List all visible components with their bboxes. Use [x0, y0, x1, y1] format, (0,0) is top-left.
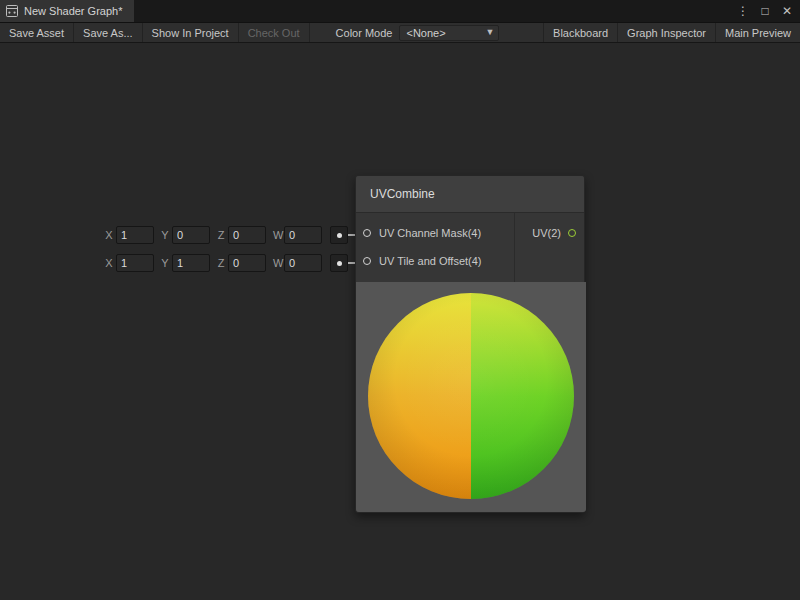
vector-label-z: Z	[217, 257, 225, 269]
color-mode-group: Color Mode <None> ▼	[336, 23, 500, 42]
vector-field-y: Y	[161, 254, 210, 272]
save-as-button[interactable]: Save As...	[74, 23, 143, 42]
vector-y-input[interactable]	[172, 254, 210, 272]
vector-label-z: Z	[217, 229, 225, 241]
tab-new-shader-graph[interactable]: New Shader Graph*	[0, 0, 134, 22]
input-port-uv-tile-offset[interactable]	[363, 257, 371, 265]
node-preview-area	[356, 282, 586, 512]
vector-field-x: X	[105, 254, 154, 272]
vector-z-input[interactable]	[228, 254, 266, 272]
vector-label-x: X	[105, 257, 113, 269]
vector-field-z: Z	[217, 226, 266, 244]
input-port-row: UV Channel Mask(4)	[356, 219, 514, 247]
vector-field-z: Z	[217, 254, 266, 272]
vector-label-w: W	[273, 229, 281, 241]
close-icon[interactable]: ✕	[778, 0, 796, 22]
input-port-label: UV Tile and Offset(4)	[379, 255, 482, 267]
check-out-button: Check Out	[239, 23, 310, 42]
vector-y-input[interactable]	[172, 226, 210, 244]
graph-inspector-toggle-button[interactable]: Graph Inspector	[617, 23, 715, 42]
shader-graph-toolbar: Save Asset Save As... Show In Project Ch…	[0, 22, 800, 43]
output-port-uv[interactable]	[568, 229, 576, 237]
input-port-uv-channel-mask[interactable]	[363, 229, 371, 237]
show-in-project-button[interactable]: Show In Project	[143, 23, 239, 42]
vector-label-x: X	[105, 229, 113, 241]
vector-label-y: Y	[161, 229, 169, 241]
output-port-row: UV(2)	[532, 219, 584, 247]
vector-field-w: W	[273, 254, 322, 272]
vector-w-input[interactable]	[284, 254, 322, 272]
vector-field-y: Y	[161, 226, 210, 244]
vector-x-input[interactable]	[116, 226, 154, 244]
graph-canvas[interactable]: X Y Z W X Y Z	[0, 43, 800, 599]
chevron-down-icon: ▼	[486, 27, 495, 37]
output-port-label: UV(2)	[532, 227, 561, 239]
main-preview-toggle-button[interactable]: Main Preview	[715, 23, 800, 42]
tab-bar: New Shader Graph* ⋮ □ ✕	[0, 0, 800, 22]
input-port-label: UV Channel Mask(4)	[379, 227, 481, 239]
port-dot-icon	[337, 233, 342, 238]
node-outputs: UV(2)	[514, 213, 584, 282]
toolbar-spacer	[499, 23, 543, 42]
kebab-menu-icon[interactable]: ⋮	[734, 0, 752, 22]
shader-graph-icon	[6, 5, 18, 17]
color-mode-value: <None>	[406, 27, 445, 39]
node-uvcombine[interactable]: UVCombine UV Channel Mask(4) UV Tile and…	[355, 175, 585, 513]
blackboard-toggle-button[interactable]: Blackboard	[543, 23, 617, 42]
input-port-row: UV Tile and Offset(4)	[356, 247, 514, 275]
color-mode-label: Color Mode	[336, 27, 393, 39]
color-mode-dropdown[interactable]: <None> ▼	[399, 25, 499, 41]
node-header[interactable]: UVCombine	[356, 176, 584, 213]
node-title: UVCombine	[370, 187, 435, 201]
vector-z-input[interactable]	[228, 226, 266, 244]
window-controls: ⋮ □ ✕	[734, 0, 800, 22]
vector4-field-row-2: X Y Z W	[105, 254, 348, 272]
vector-field-x: X	[105, 226, 154, 244]
port-dot-icon	[337, 261, 342, 266]
vector-field-w: W	[273, 226, 322, 244]
node-inputs: UV Channel Mask(4) UV Tile and Offset(4)	[356, 213, 514, 282]
save-asset-button[interactable]: Save Asset	[0, 23, 74, 42]
vector-label-w: W	[273, 257, 281, 269]
node-body: UV Channel Mask(4) UV Tile and Offset(4)…	[356, 213, 584, 282]
tab-title: New Shader Graph*	[24, 5, 122, 17]
sphere-shading	[368, 293, 574, 499]
vector-x-input[interactable]	[116, 254, 154, 272]
vector-w-input[interactable]	[284, 226, 322, 244]
preview-sphere	[368, 293, 574, 499]
port-connector[interactable]	[330, 226, 348, 244]
vector-label-y: Y	[161, 257, 169, 269]
maximize-icon[interactable]: □	[756, 0, 774, 22]
vector4-field-row-1: X Y Z W	[105, 226, 348, 244]
port-connector[interactable]	[330, 254, 348, 272]
